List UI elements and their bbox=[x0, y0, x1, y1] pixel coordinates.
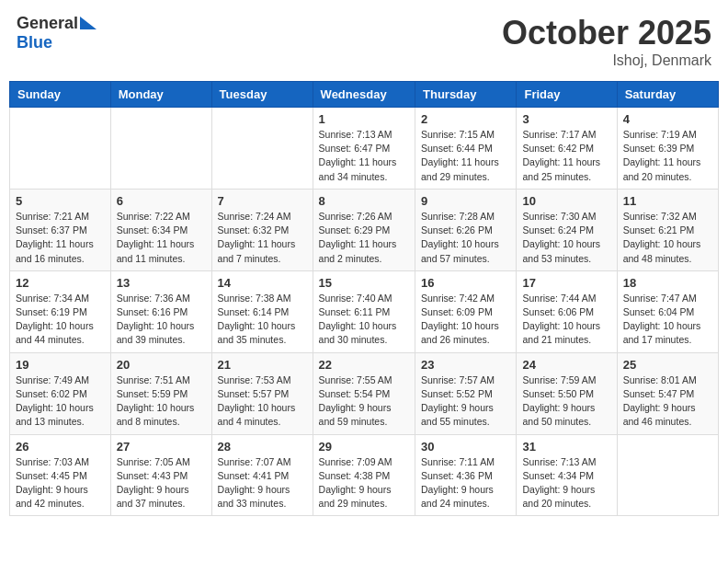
day-info: Sunrise: 7:34 AM Sunset: 6:19 PM Dayligh… bbox=[16, 292, 105, 348]
logo: General Blue bbox=[17, 14, 97, 52]
header-thursday: Thursday bbox=[415, 82, 517, 108]
day-number: 8 bbox=[319, 194, 409, 208]
calendar-cell: 23Sunrise: 7:57 AM Sunset: 5:52 PM Dayli… bbox=[415, 352, 517, 434]
calendar-cell: 24Sunrise: 7:59 AM Sunset: 5:50 PM Dayli… bbox=[517, 352, 617, 434]
calendar-week-row: 1Sunrise: 7:13 AM Sunset: 6:47 PM Daylig… bbox=[10, 108, 719, 190]
day-info: Sunrise: 7:03 AM Sunset: 4:45 PM Dayligh… bbox=[16, 455, 105, 511]
calendar-cell: 7Sunrise: 7:24 AM Sunset: 6:32 PM Daylig… bbox=[211, 189, 313, 270]
header-wednesday: Wednesday bbox=[313, 82, 415, 108]
calendar-cell: 9Sunrise: 7:28 AM Sunset: 6:26 PM Daylig… bbox=[415, 189, 517, 270]
day-number: 3 bbox=[522, 112, 610, 126]
calendar-cell: 31Sunrise: 7:13 AM Sunset: 4:34 PM Dayli… bbox=[517, 434, 617, 516]
day-number: 16 bbox=[421, 276, 510, 290]
calendar-table: SundayMondayTuesdayWednesdayThursdayFrid… bbox=[9, 81, 719, 516]
day-info: Sunrise: 7:53 AM Sunset: 5:57 PM Dayligh… bbox=[218, 373, 307, 430]
calendar-cell bbox=[10, 108, 111, 190]
calendar-cell: 22Sunrise: 7:55 AM Sunset: 5:54 PM Dayli… bbox=[313, 352, 415, 434]
day-number: 21 bbox=[218, 358, 307, 372]
day-info: Sunrise: 7:09 AM Sunset: 4:38 PM Dayligh… bbox=[319, 455, 409, 511]
day-number: 27 bbox=[117, 440, 206, 454]
day-info: Sunrise: 7:13 AM Sunset: 6:47 PM Dayligh… bbox=[319, 128, 409, 184]
day-number: 1 bbox=[319, 112, 409, 126]
location-title: Ishoj, Denmark bbox=[502, 52, 711, 69]
calendar-week-row: 26Sunrise: 7:03 AM Sunset: 4:45 PM Dayli… bbox=[10, 434, 719, 516]
calendar-cell: 6Sunrise: 7:22 AM Sunset: 6:34 PM Daylig… bbox=[110, 189, 211, 270]
day-info: Sunrise: 7:57 AM Sunset: 5:52 PM Dayligh… bbox=[421, 373, 510, 430]
calendar-cell: 3Sunrise: 7:17 AM Sunset: 6:42 PM Daylig… bbox=[517, 108, 617, 190]
day-info: Sunrise: 7:49 AM Sunset: 6:02 PM Dayligh… bbox=[16, 373, 105, 430]
calendar-cell: 8Sunrise: 7:26 AM Sunset: 6:29 PM Daylig… bbox=[313, 189, 415, 270]
day-info: Sunrise: 7:44 AM Sunset: 6:06 PM Dayligh… bbox=[522, 292, 610, 348]
day-number: 17 bbox=[522, 276, 610, 290]
calendar-cell bbox=[211, 108, 313, 190]
header-friday: Friday bbox=[517, 82, 617, 108]
logo-general: General bbox=[17, 14, 78, 33]
calendar-cell: 25Sunrise: 8:01 AM Sunset: 5:47 PM Dayli… bbox=[617, 352, 718, 434]
day-info: Sunrise: 7:11 AM Sunset: 4:36 PM Dayligh… bbox=[421, 455, 510, 511]
day-number: 24 bbox=[522, 358, 610, 372]
calendar-cell: 28Sunrise: 7:07 AM Sunset: 4:41 PM Dayli… bbox=[211, 434, 313, 516]
calendar-cell: 11Sunrise: 7:32 AM Sunset: 6:21 PM Dayli… bbox=[617, 189, 718, 270]
month-title: October 2025 bbox=[502, 14, 711, 52]
day-info: Sunrise: 8:01 AM Sunset: 5:47 PM Dayligh… bbox=[623, 373, 712, 430]
calendar-cell: 14Sunrise: 7:38 AM Sunset: 6:14 PM Dayli… bbox=[211, 270, 313, 352]
day-info: Sunrise: 7:24 AM Sunset: 6:32 PM Dayligh… bbox=[218, 210, 307, 266]
calendar-cell: 26Sunrise: 7:03 AM Sunset: 4:45 PM Dayli… bbox=[10, 434, 111, 516]
day-number: 13 bbox=[117, 276, 206, 290]
day-number: 18 bbox=[623, 276, 712, 290]
day-info: Sunrise: 7:59 AM Sunset: 5:50 PM Dayligh… bbox=[522, 373, 610, 430]
day-number: 19 bbox=[16, 358, 105, 372]
day-info: Sunrise: 7:13 AM Sunset: 4:34 PM Dayligh… bbox=[522, 455, 610, 511]
calendar-cell: 15Sunrise: 7:40 AM Sunset: 6:11 PM Dayli… bbox=[313, 270, 415, 352]
calendar-cell: 2Sunrise: 7:15 AM Sunset: 6:44 PM Daylig… bbox=[415, 108, 517, 190]
header-sunday: Sunday bbox=[10, 82, 111, 108]
logo-arrow-icon bbox=[80, 17, 97, 29]
day-info: Sunrise: 7:28 AM Sunset: 6:26 PM Dayligh… bbox=[421, 210, 510, 266]
day-number: 26 bbox=[16, 440, 105, 454]
day-info: Sunrise: 7:38 AM Sunset: 6:14 PM Dayligh… bbox=[218, 292, 307, 348]
day-number: 28 bbox=[218, 440, 307, 454]
calendar-week-row: 5Sunrise: 7:21 AM Sunset: 6:37 PM Daylig… bbox=[10, 189, 719, 270]
calendar-cell: 13Sunrise: 7:36 AM Sunset: 6:16 PM Dayli… bbox=[110, 270, 211, 352]
day-info: Sunrise: 7:07 AM Sunset: 4:41 PM Dayligh… bbox=[218, 455, 307, 511]
day-number: 22 bbox=[319, 358, 409, 372]
calendar-cell: 5Sunrise: 7:21 AM Sunset: 6:37 PM Daylig… bbox=[10, 189, 111, 270]
calendar-cell: 10Sunrise: 7:30 AM Sunset: 6:24 PM Dayli… bbox=[517, 189, 617, 270]
day-info: Sunrise: 7:42 AM Sunset: 6:09 PM Dayligh… bbox=[421, 292, 510, 348]
day-number: 20 bbox=[117, 358, 206, 372]
day-info: Sunrise: 7:26 AM Sunset: 6:29 PM Dayligh… bbox=[319, 210, 409, 266]
calendar-cell: 20Sunrise: 7:51 AM Sunset: 5:59 PM Dayli… bbox=[110, 352, 211, 434]
header-saturday: Saturday bbox=[617, 82, 718, 108]
calendar-cell: 30Sunrise: 7:11 AM Sunset: 4:36 PM Dayli… bbox=[415, 434, 517, 516]
day-info: Sunrise: 7:47 AM Sunset: 6:04 PM Dayligh… bbox=[623, 292, 712, 348]
calendar-cell bbox=[110, 108, 211, 190]
logo-blue: Blue bbox=[17, 33, 52, 52]
day-info: Sunrise: 7:40 AM Sunset: 6:11 PM Dayligh… bbox=[319, 292, 409, 348]
day-info: Sunrise: 7:19 AM Sunset: 6:39 PM Dayligh… bbox=[623, 128, 712, 184]
calendar-cell: 12Sunrise: 7:34 AM Sunset: 6:19 PM Dayli… bbox=[10, 270, 111, 352]
calendar-cell: 17Sunrise: 7:44 AM Sunset: 6:06 PM Dayli… bbox=[517, 270, 617, 352]
day-number: 11 bbox=[623, 194, 712, 208]
day-number: 2 bbox=[421, 112, 510, 126]
calendar-cell bbox=[617, 434, 718, 516]
title-area: October 2025 Ishoj, Denmark bbox=[502, 14, 711, 69]
calendar-cell: 21Sunrise: 7:53 AM Sunset: 5:57 PM Dayli… bbox=[211, 352, 313, 434]
day-number: 7 bbox=[218, 194, 307, 208]
calendar-cell: 16Sunrise: 7:42 AM Sunset: 6:09 PM Dayli… bbox=[415, 270, 517, 352]
day-info: Sunrise: 7:17 AM Sunset: 6:42 PM Dayligh… bbox=[522, 128, 610, 184]
day-info: Sunrise: 7:32 AM Sunset: 6:21 PM Dayligh… bbox=[623, 210, 712, 266]
day-number: 23 bbox=[421, 358, 510, 372]
day-number: 9 bbox=[421, 194, 510, 208]
day-number: 15 bbox=[319, 276, 409, 290]
calendar-header-row: SundayMondayTuesdayWednesdayThursdayFrid… bbox=[10, 82, 719, 108]
calendar-cell: 18Sunrise: 7:47 AM Sunset: 6:04 PM Dayli… bbox=[617, 270, 718, 352]
calendar-cell: 29Sunrise: 7:09 AM Sunset: 4:38 PM Dayli… bbox=[313, 434, 415, 516]
day-number: 6 bbox=[117, 194, 206, 208]
day-number: 12 bbox=[16, 276, 105, 290]
day-number: 5 bbox=[16, 194, 105, 208]
day-info: Sunrise: 7:05 AM Sunset: 4:43 PM Dayligh… bbox=[117, 455, 206, 511]
day-info: Sunrise: 7:51 AM Sunset: 5:59 PM Dayligh… bbox=[117, 373, 206, 430]
day-number: 31 bbox=[522, 440, 610, 454]
day-info: Sunrise: 7:22 AM Sunset: 6:34 PM Dayligh… bbox=[117, 210, 206, 266]
day-info: Sunrise: 7:36 AM Sunset: 6:16 PM Dayligh… bbox=[117, 292, 206, 348]
